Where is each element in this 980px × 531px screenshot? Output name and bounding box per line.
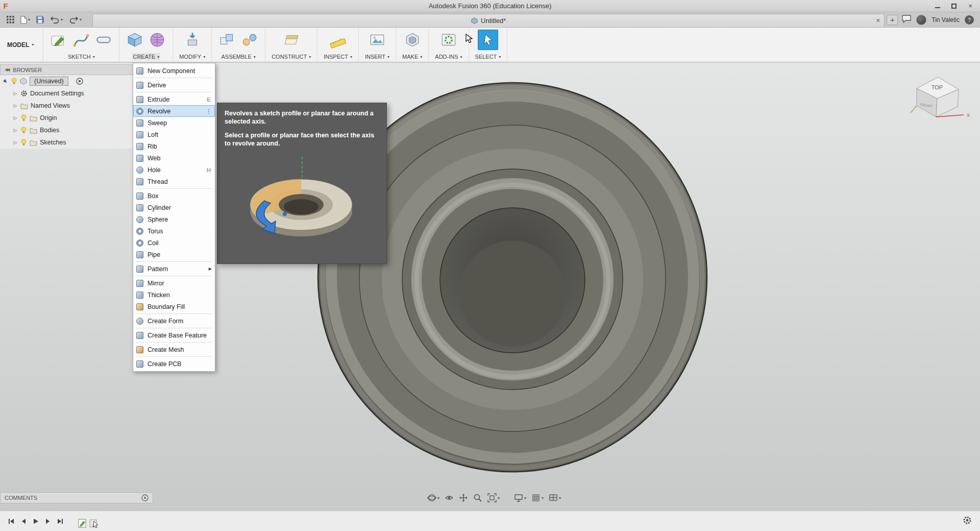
comments-bar[interactable]: COMMENTS xyxy=(0,492,153,503)
browser-item-document-settings[interactable]: ▷ Document Settings xyxy=(0,87,135,100)
fit-button[interactable]: ▾ xyxy=(486,492,501,503)
browser-item-bodies[interactable]: ▷ Bodies xyxy=(0,124,135,136)
addins-icon[interactable] xyxy=(438,30,459,50)
menu-item-new-component[interactable]: New Component xyxy=(133,65,215,77)
file-menu-icon[interactable]: ▾ xyxy=(19,15,32,25)
tab-close-icon[interactable]: × xyxy=(876,16,880,25)
menu-item-mirror[interactable]: Mirror xyxy=(133,277,215,289)
menu-item-thread[interactable]: Thread xyxy=(133,176,215,187)
menu-item-derive[interactable]: Derive xyxy=(133,79,215,91)
menu-item-revolve[interactable]: Revolve⋮ xyxy=(133,105,215,117)
make-menu-button[interactable]: MAKE▾ xyxy=(401,53,423,60)
display-settings-button[interactable]: ▾ xyxy=(512,492,528,503)
workspace-selector[interactable]: MODEL ▾ xyxy=(0,28,43,62)
document-tab[interactable]: Untitled* × xyxy=(92,14,885,27)
viewport-canvas[interactable]: TOP FRONT X ◀◀ BROWSER ▶ (Unsaved) xyxy=(0,63,980,511)
bulb-icon[interactable] xyxy=(20,114,27,122)
menu-item-cylinder[interactable]: Cylinder xyxy=(133,202,215,213)
maximize-icon[interactable] xyxy=(950,3,958,10)
bulb-icon[interactable] xyxy=(11,78,17,85)
menu-item-pattern[interactable]: Pattern▶ xyxy=(133,263,215,275)
undo-icon[interactable]: ▾ xyxy=(48,15,64,25)
press-pull-icon[interactable] xyxy=(182,30,203,50)
expand-closed-icon[interactable]: ▷ xyxy=(13,115,18,120)
timeline-pending-revolve-feature[interactable] xyxy=(89,518,100,529)
redo-icon[interactable]: ▾ xyxy=(67,15,83,25)
menu-item-coil[interactable]: Coil xyxy=(133,237,215,249)
sketch-slot-icon[interactable] xyxy=(93,30,114,50)
expand-closed-icon[interactable]: ▷ xyxy=(13,140,18,145)
construct-menu-button[interactable]: CONSTRUCT▾ xyxy=(271,53,312,60)
menu-item-sweep[interactable]: Sweep xyxy=(133,117,215,129)
insert-canvas-icon[interactable] xyxy=(367,30,387,50)
menu-item-create-pcb[interactable]: Create PCB xyxy=(133,358,215,370)
apps-grid-icon[interactable] xyxy=(5,15,16,25)
create-sketch-icon[interactable] xyxy=(48,30,69,50)
timeline-step-forward-button[interactable] xyxy=(42,515,54,527)
browser-item-sketches[interactable]: ▷ Sketches xyxy=(0,136,135,149)
bulb-icon[interactable] xyxy=(20,127,27,134)
zoom-button[interactable] xyxy=(472,492,484,503)
addins-menu-button[interactable]: ADD-INS▾ xyxy=(434,53,463,60)
menu-item-hole[interactable]: HoleH xyxy=(133,164,215,176)
timeline-go-to-start-button[interactable] xyxy=(5,515,17,527)
comments-expand-icon[interactable] xyxy=(141,494,149,501)
browser-item-named-views[interactable]: ▷ Named Views xyxy=(0,100,135,112)
menu-item-rib[interactable]: Rib xyxy=(133,140,215,152)
menu-item-web[interactable]: Web xyxy=(133,152,215,164)
menu-item-create-mesh[interactable]: Create Mesh xyxy=(133,344,215,355)
look-at-button[interactable] xyxy=(443,492,455,503)
options-dots-icon[interactable]: ⋮ xyxy=(206,108,212,115)
close-icon[interactable]: × xyxy=(967,3,974,10)
menu-item-thicken[interactable]: Thicken xyxy=(133,289,215,301)
expand-closed-icon[interactable]: ▷ xyxy=(13,91,18,96)
menu-item-create-base-feature[interactable]: Create Base Feature xyxy=(133,329,215,341)
pan-button[interactable] xyxy=(457,492,470,503)
view-cube[interactable]: TOP FRONT X xyxy=(904,63,971,127)
viewports-button[interactable]: ▾ xyxy=(547,492,562,503)
menu-item-extrude[interactable]: ExtrudeE xyxy=(133,93,215,105)
assemble-menu-button[interactable]: ASSEMBLE▾ xyxy=(220,53,256,60)
timeline-play-button[interactable] xyxy=(30,515,42,527)
insert-menu-button[interactable]: INSERT▾ xyxy=(364,53,390,60)
inspect-menu-button[interactable]: INSPECT▾ xyxy=(323,53,353,60)
capture-position-icon[interactable] xyxy=(76,78,83,85)
sketch-menu-button[interactable]: SKETCH▾ xyxy=(67,53,96,60)
browser-root-row[interactable]: ▶ (Unsaved) xyxy=(0,75,135,87)
sketch-spline-icon[interactable] xyxy=(71,30,91,50)
measure-icon[interactable] xyxy=(328,30,348,50)
browser-header[interactable]: ◀◀ BROWSER xyxy=(0,64,135,75)
menu-item-boundary-fill[interactable]: Boundary Fill xyxy=(133,301,215,312)
make-icon[interactable] xyxy=(402,30,423,50)
menu-item-sphere[interactable]: Sphere xyxy=(133,213,215,225)
bulb-icon[interactable] xyxy=(20,139,27,146)
create-solid-icon[interactable] xyxy=(125,30,145,50)
menu-item-torus[interactable]: Torus xyxy=(133,225,215,237)
root-document-label[interactable]: (Unsaved) xyxy=(30,77,68,86)
modify-menu-button[interactable]: MODIFY▾ xyxy=(178,53,206,60)
browser-item-origin[interactable]: ▷ Origin xyxy=(0,112,135,124)
timeline-step-back-button[interactable] xyxy=(17,515,30,527)
expand-closed-icon[interactable]: ▷ xyxy=(13,103,18,108)
save-icon[interactable] xyxy=(35,15,45,25)
menu-item-create-form[interactable]: Create Form xyxy=(133,315,215,327)
menu-item-box[interactable]: Box xyxy=(133,190,215,202)
avatar[interactable] xyxy=(916,15,926,25)
construct-plane-icon[interactable] xyxy=(281,30,302,50)
joint-icon[interactable] xyxy=(239,30,260,50)
new-component-icon[interactable] xyxy=(217,30,237,50)
timeline-go-to-end-button[interactable] xyxy=(54,515,66,527)
collapse-panel-icon[interactable]: ◀◀ xyxy=(5,67,9,72)
menu-item-loft[interactable]: Loft xyxy=(133,129,215,140)
minimize-icon[interactable] xyxy=(934,3,941,10)
expand-closed-icon[interactable]: ▷ xyxy=(13,128,18,133)
grid-snaps-button[interactable]: ▾ xyxy=(530,492,545,503)
menu-item-pipe[interactable]: Pipe xyxy=(133,249,215,260)
create-menu-button[interactable]: CREATE▾ xyxy=(132,53,160,60)
help-icon[interactable]: ? xyxy=(965,15,974,25)
create-form-icon[interactable] xyxy=(147,30,167,50)
select-menu-button[interactable]: SELECT▾ xyxy=(474,53,502,60)
new-tab-button[interactable]: + xyxy=(887,15,898,25)
comments-bubble-icon[interactable] xyxy=(902,15,911,25)
orbit-button[interactable]: ▾ xyxy=(426,492,441,503)
